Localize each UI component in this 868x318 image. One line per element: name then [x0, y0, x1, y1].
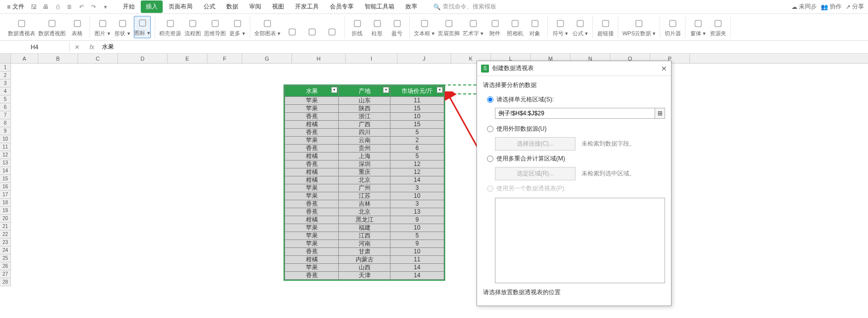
- table-row[interactable]: 香蕉贵州6: [285, 145, 444, 153]
- equation-button[interactable]: ▢公式 ▾: [572, 16, 588, 38]
- sync-status[interactable]: ☁未同步: [791, 2, 817, 11]
- table-row[interactable]: 香蕉北京13: [285, 208, 444, 216]
- table-cell[interactable]: 苹果: [285, 232, 339, 240]
- row-header[interactable]: 21: [0, 223, 10, 231]
- table-cell[interactable]: 香蕉: [285, 113, 339, 121]
- radio-multi[interactable]: [487, 156, 493, 162]
- table-row[interactable]: 柑橘上海5: [285, 153, 444, 160]
- tab-插入[interactable]: 插入: [141, 0, 163, 13]
- table-cell[interactable]: 14: [390, 176, 444, 184]
- pivot-chart-button[interactable]: ▢数据透视图: [38, 16, 66, 38]
- table-cell[interactable]: 苹果: [285, 184, 339, 192]
- table-cell[interactable]: 重庆: [339, 168, 390, 176]
- table-cell[interactable]: 深圳: [339, 160, 390, 168]
- table-cell[interactable]: 5: [390, 232, 444, 240]
- table-header[interactable]: 产地▾: [339, 86, 390, 97]
- row-header[interactable]: 25: [0, 254, 10, 262]
- table-row[interactable]: 苹果江苏10: [285, 192, 444, 200]
- table-cell[interactable]: 河南: [339, 240, 390, 248]
- tab-效率[interactable]: 效率: [400, 0, 422, 13]
- collab-button[interactable]: 👥协作: [821, 2, 842, 11]
- row-header[interactable]: 15: [0, 175, 10, 183]
- table-cell[interactable]: 13: [390, 208, 444, 216]
- table-cell[interactable]: 贵州: [339, 145, 390, 153]
- table-cell[interactable]: 香蕉: [285, 272, 339, 280]
- table-row[interactable]: 苹果广州3: [285, 184, 444, 192]
- tab-开始[interactable]: 开始: [118, 0, 140, 13]
- table-cell[interactable]: 云南: [339, 137, 390, 145]
- filter-icon[interactable]: ▾: [383, 87, 389, 93]
- filter-icon[interactable]: ▾: [437, 87, 443, 93]
- all-chart-button[interactable]: ▢全部图表 ▾: [254, 16, 281, 38]
- table-cell[interactable]: 柑橘: [285, 256, 339, 264]
- save-icon[interactable]: 🖫: [29, 2, 38, 11]
- table-cell[interactable]: 苹果: [285, 105, 339, 113]
- table-cell[interactable]: 12: [390, 168, 444, 176]
- cells-area[interactable]: 水果▾产地▾市场价元/斤▾苹果山东11苹果陕西15香蕉浙江10柑橘广西15香蕉四…: [11, 64, 868, 286]
- spreadsheet-grid[interactable]: ABCDEFGHIJKLMNOP 12345678910111213141516…: [0, 54, 868, 318]
- table-cell[interactable]: 6: [390, 145, 444, 153]
- gallery-button[interactable]: ▢稻壳资源: [159, 16, 181, 38]
- print-icon[interactable]: 🖶: [41, 2, 50, 11]
- table-row[interactable]: 苹果河南9: [285, 240, 444, 248]
- row-header[interactable]: 7: [0, 111, 10, 119]
- table-cell[interactable]: 14: [390, 264, 444, 272]
- table-cell[interactable]: 12: [390, 160, 444, 168]
- cancel-icon[interactable]: ✕: [70, 44, 85, 51]
- tab-视图[interactable]: 视图: [267, 0, 289, 13]
- table-cell[interactable]: 11: [390, 256, 444, 264]
- row-header[interactable]: 10: [0, 135, 10, 143]
- radio-external[interactable]: [487, 126, 493, 132]
- table-cell[interactable]: 北京: [339, 176, 390, 184]
- table-cell[interactable]: 5: [390, 153, 444, 160]
- table-cell[interactable]: 11: [390, 97, 444, 105]
- row-header[interactable]: 23: [0, 238, 10, 246]
- tab-审阅[interactable]: 审阅: [244, 0, 266, 13]
- table-button[interactable]: ▢表格: [69, 16, 86, 38]
- table-row[interactable]: 苹果陕西15: [285, 105, 444, 113]
- redo-icon[interactable]: ↷: [89, 2, 98, 11]
- row-header[interactable]: 8: [0, 119, 10, 127]
- line-chart-button[interactable]: ▢折线: [349, 16, 366, 38]
- command-search[interactable]: 🔍 查找命令、搜索模板: [433, 2, 496, 11]
- col-header-A[interactable]: A: [11, 54, 38, 63]
- table-row[interactable]: 香蕉四川5: [285, 129, 444, 137]
- table-row[interactable]: 柑橘内蒙古11: [285, 256, 444, 264]
- option-external[interactable]: 使用外部数据源(U): [483, 123, 665, 135]
- table-cell[interactable]: 香蕉: [285, 208, 339, 216]
- table-cell[interactable]: 柑橘: [285, 176, 339, 184]
- table-cell[interactable]: 江苏: [339, 192, 390, 200]
- radio-range[interactable]: [487, 96, 493, 103]
- row-header[interactable]: 3: [0, 80, 10, 87]
- object-button[interactable]: ▢对象: [526, 16, 543, 38]
- col-header-F[interactable]: F: [207, 54, 242, 63]
- table-cell[interactable]: 香蕉: [285, 248, 339, 256]
- table-cell[interactable]: 天津: [339, 272, 390, 280]
- row-header[interactable]: 19: [0, 207, 10, 215]
- qat-dropdown-icon[interactable]: ▾: [101, 2, 110, 11]
- table-cell[interactable]: 15: [390, 121, 444, 129]
- chart-combo-button[interactable]: ▢: [284, 16, 300, 38]
- row-header[interactable]: 5: [0, 95, 10, 103]
- row-header[interactable]: 2: [0, 72, 10, 80]
- file-menu[interactable]: ≡ 文件: [4, 1, 27, 12]
- row-header[interactable]: 28: [0, 278, 10, 286]
- table-cell[interactable]: 苹果: [285, 97, 339, 105]
- table-row[interactable]: 柑橘广西15: [285, 121, 444, 129]
- header-footer-button[interactable]: ▢页眉页脚: [438, 16, 460, 38]
- table-row[interactable]: 柑橘重庆12: [285, 168, 444, 176]
- camera-button[interactable]: ▢照相机: [506, 16, 523, 38]
- name-box[interactable]: H4: [0, 42, 70, 52]
- row-header[interactable]: 20: [0, 215, 10, 223]
- undo-icon[interactable]: ↶: [77, 2, 86, 11]
- table-cell[interactable]: 香蕉: [285, 200, 339, 208]
- row-header[interactable]: 26: [0, 262, 10, 270]
- fx-icon[interactable]: fx: [85, 44, 99, 51]
- col-header-I[interactable]: I: [346, 54, 397, 63]
- share-button[interactable]: ↗分享: [846, 2, 864, 11]
- table-row[interactable]: 香蕉浙江10: [285, 113, 444, 121]
- symbol-button[interactable]: ▢符号 ▾: [552, 16, 569, 38]
- table-cell[interactable]: 广西: [339, 121, 390, 129]
- table-row[interactable]: 柑橘北京14: [285, 176, 444, 184]
- filter-icon[interactable]: ▾: [331, 87, 337, 93]
